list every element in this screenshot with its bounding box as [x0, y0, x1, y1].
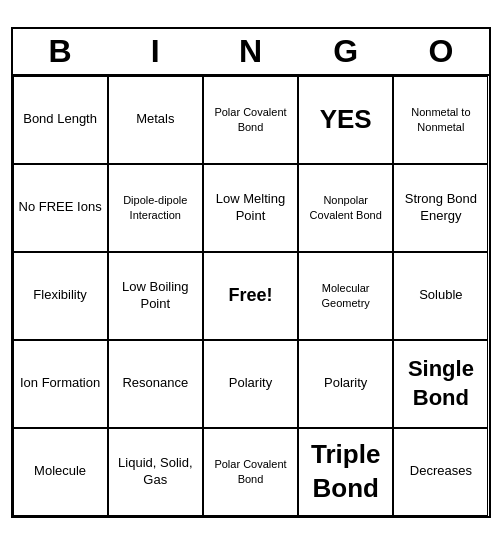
bingo-cell: Polar Covalent Bond — [203, 428, 298, 516]
header-letter: B — [13, 29, 108, 74]
bingo-cell: Polarity — [298, 340, 393, 428]
bingo-cell: Polarity — [203, 340, 298, 428]
header-letter: O — [393, 29, 488, 74]
bingo-cell: Resonance — [108, 340, 203, 428]
header-letter: N — [203, 29, 298, 74]
bingo-cell: Molecule — [13, 428, 108, 516]
bingo-cell: No FREE Ions — [13, 164, 108, 252]
bingo-cell: Bond Length — [13, 76, 108, 164]
bingo-cell: Nonmetal to Nonmetal — [393, 76, 488, 164]
bingo-cell: Nonpolar Covalent Bond — [298, 164, 393, 252]
bingo-cell: Low Boiling Point — [108, 252, 203, 340]
bingo-cell: Single Bond — [393, 340, 488, 428]
bingo-cell: Polar Covalent Bond — [203, 76, 298, 164]
bingo-cell: Ion Formation — [13, 340, 108, 428]
bingo-cell: Triple Bond — [298, 428, 393, 516]
bingo-cell: Low Melting Point — [203, 164, 298, 252]
bingo-cell: Molecular Geometry — [298, 252, 393, 340]
bingo-cell: Dipole-dipole Interaction — [108, 164, 203, 252]
bingo-cell: Decreases — [393, 428, 488, 516]
bingo-card: BINGO Bond LengthMetalsPolar Covalent Bo… — [11, 27, 491, 518]
bingo-header: BINGO — [13, 29, 489, 76]
bingo-cell: Metals — [108, 76, 203, 164]
bingo-cell: Free! — [203, 252, 298, 340]
bingo-cell: YES — [298, 76, 393, 164]
header-letter: G — [298, 29, 393, 74]
bingo-grid: Bond LengthMetalsPolar Covalent BondYESN… — [13, 76, 489, 516]
header-letter: I — [108, 29, 203, 74]
bingo-cell: Flexibility — [13, 252, 108, 340]
bingo-cell: Soluble — [393, 252, 488, 340]
bingo-cell: Liquid, Solid, Gas — [108, 428, 203, 516]
bingo-cell: Strong Bond Energy — [393, 164, 488, 252]
